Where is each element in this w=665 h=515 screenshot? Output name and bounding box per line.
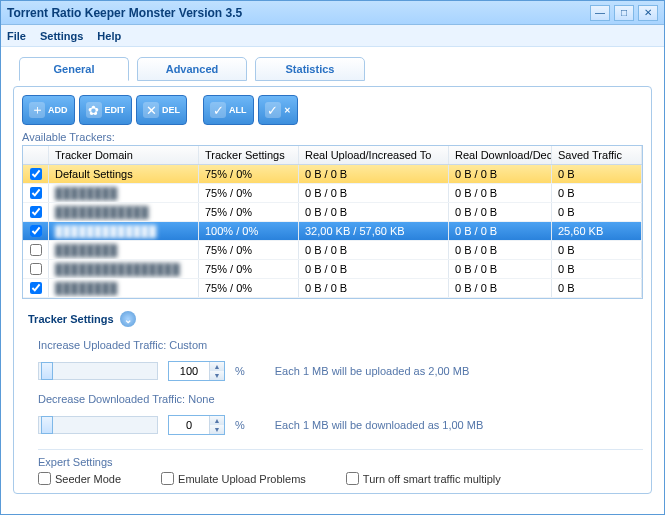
cell-settings: 75% / 0% [199,184,299,202]
tracker-settings-title: Tracker Settings [28,313,114,325]
cell-settings: 75% / 0% [199,260,299,278]
cell-download: 0 B / 0 B [449,241,552,259]
increase-slider[interactable] [38,362,158,380]
cell-download: 0 B / 0 B [449,165,552,183]
cell-settings: 75% / 0% [199,279,299,297]
cell-settings: 75% / 0% [199,165,299,183]
cell-download: 0 B / 0 B [449,260,552,278]
row-checkbox[interactable] [30,263,42,275]
row-checkbox[interactable] [30,225,42,237]
table-row[interactable]: ████████75% / 0%0 B / 0 B0 B / 0 B0 B [23,241,642,260]
decrease-spinner[interactable]: ▲▼ [168,415,225,435]
table-row[interactable]: ████████████75% / 0%0 B / 0 B0 B / 0 B0 … [23,203,642,222]
spin-down-icon[interactable]: ▼ [210,371,224,380]
spin-down-icon[interactable]: ▼ [210,425,224,434]
close-button[interactable]: ✕ [638,5,658,21]
cell-upload: 0 B / 0 B [299,203,449,221]
cell-upload: 0 B / 0 B [299,165,449,183]
available-trackers-label: Available Trackers: [22,131,643,143]
cell-domain: ████████ [49,241,199,259]
cell-domain: ████████████████ [49,260,199,278]
cell-saved: 0 B [552,260,642,278]
cell-upload: 0 B / 0 B [299,241,449,259]
row-checkbox[interactable] [30,244,42,256]
decrease-info: Each 1 MB will be downloaded as 1,00 MB [275,419,484,431]
delete-button[interactable]: ✕DEL [136,95,187,125]
decrease-slider[interactable] [38,416,158,434]
check-icon: ✓ [210,102,226,118]
window-title: Torrent Ratio Keeper Monster Version 3.5 [7,6,586,20]
cell-saved: 0 B [552,165,642,183]
cell-domain: ████████████ [49,203,199,221]
cell-download: 0 B / 0 B [449,203,552,221]
cell-saved: 0 B [552,241,642,259]
tab-strip: General Advanced Statistics [13,57,652,81]
uncheck-all-button[interactable]: ✓✕ [258,95,298,125]
titlebar: Torrent Ratio Keeper Monster Version 3.5… [1,1,664,25]
add-button[interactable]: ＋ADD [22,95,75,125]
increase-info: Each 1 MB will be uploaded as 2,00 MB [275,365,469,377]
spin-up-icon[interactable]: ▲ [210,416,224,425]
cell-settings: 75% / 0% [199,203,299,221]
cell-settings: 75% / 0% [199,241,299,259]
expert-title: Expert Settings [38,456,643,468]
emulate-checkbox[interactable]: Emulate Upload Problems [161,472,306,485]
plus-icon: ＋ [29,102,45,118]
tracker-settings-section: Tracker Settings ⌄ Increase Uploaded Tra… [22,311,643,485]
table-row[interactable]: ████████75% / 0%0 B / 0 B0 B / 0 B0 B [23,279,642,298]
increase-label: Increase Uploaded Traffic: Custom [38,339,643,351]
cell-saved: 0 B [552,184,642,202]
tab-advanced[interactable]: Advanced [137,57,247,81]
col-saved[interactable]: Saved Traffic [552,146,642,164]
menu-settings[interactable]: Settings [40,30,83,42]
row-checkbox[interactable] [30,282,42,294]
turnoff-checkbox[interactable]: Turn off smart traffic multiply [346,472,501,485]
cell-saved: 25,60 KB [552,222,642,240]
spin-up-icon[interactable]: ▲ [210,362,224,371]
cell-download: 0 B / 0 B [449,222,552,240]
row-checkbox[interactable] [30,187,42,199]
cell-upload: 0 B / 0 B [299,279,449,297]
tab-general[interactable]: General [19,57,129,81]
cell-download: 0 B / 0 B [449,279,552,297]
col-upload[interactable]: Real Upload/Increased To [299,146,449,164]
cell-settings: 100% / 0% [199,222,299,240]
gear-icon: ✿ [86,102,102,118]
table-row[interactable]: Default Settings75% / 0%0 B / 0 B0 B / 0… [23,165,642,184]
cell-download: 0 B / 0 B [449,184,552,202]
cell-upload: 0 B / 0 B [299,184,449,202]
tab-statistics[interactable]: Statistics [255,57,365,81]
cell-domain: █████████████ [49,222,199,240]
table-row[interactable]: ████████████████75% / 0%0 B / 0 B0 B / 0… [23,260,642,279]
cell-saved: 0 B [552,203,642,221]
table-row[interactable]: █████████████100% / 0%32,00 KB / 57,60 K… [23,222,642,241]
edit-button[interactable]: ✿EDIT [79,95,133,125]
cell-domain: Default Settings [49,165,199,183]
check-x-icon: ✓ [265,102,281,118]
toolbar: ＋ADD ✿EDIT ✕DEL ✓ALL ✓✕ [22,95,643,125]
menubar: File Settings Help [1,25,664,47]
collapse-icon[interactable]: ⌄ [120,311,136,327]
menu-file[interactable]: File [7,30,26,42]
seeder-mode-checkbox[interactable]: Seeder Mode [38,472,121,485]
maximize-button[interactable]: □ [614,5,634,21]
decrease-value-input[interactable] [169,419,209,431]
check-all-button[interactable]: ✓ALL [203,95,254,125]
row-checkbox[interactable] [30,206,42,218]
increase-spinner[interactable]: ▲▼ [168,361,225,381]
cell-saved: 0 B [552,279,642,297]
col-domain[interactable]: Tracker Domain [49,146,199,164]
col-settings[interactable]: Tracker Settings [199,146,299,164]
row-checkbox[interactable] [30,168,42,180]
cell-upload: 32,00 KB / 57,60 KB [299,222,449,240]
general-panel: ＋ADD ✿EDIT ✕DEL ✓ALL ✓✕ Available Tracke… [13,86,652,494]
cell-domain: ████████ [49,184,199,202]
menu-help[interactable]: Help [97,30,121,42]
col-download[interactable]: Real Download/Decreased To [449,146,552,164]
cell-domain: ████████ [49,279,199,297]
increase-value-input[interactable] [169,365,209,377]
minimize-button[interactable]: — [590,5,610,21]
table-row[interactable]: ████████75% / 0%0 B / 0 B0 B / 0 B0 B [23,184,642,203]
grid-header: Tracker Domain Tracker Settings Real Upl… [23,146,642,165]
x-icon: ✕ [143,102,159,118]
